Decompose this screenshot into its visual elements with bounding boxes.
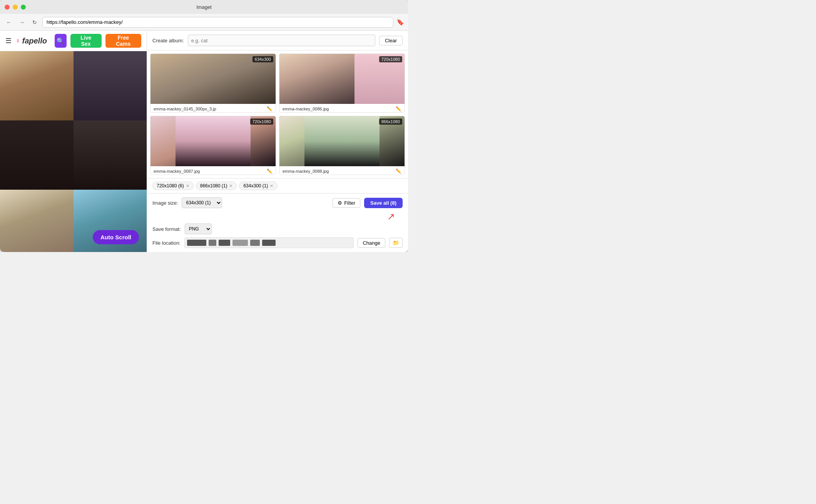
edit-filename-icon-3[interactable]: ✏️: [267, 169, 273, 174]
image-dimensions-2: 720x1080: [379, 56, 402, 62]
image-card-3: 720x1080 emma-mackey_0087.jpg ✏️ Save: [150, 116, 276, 175]
bookmark-icon[interactable]: 🔖: [396, 18, 404, 26]
image-preview-1: 634x300: [150, 54, 276, 104]
open-folder-button[interactable]: 📁: [389, 238, 403, 248]
image-filename-2: emma-mackey_0086.jpg: [283, 107, 394, 111]
back-button[interactable]: ←: [4, 18, 14, 27]
title-bar: Imaget: [0, 0, 408, 14]
maximize-button[interactable]: [21, 5, 26, 10]
filename-row-2: emma-mackey_0086.jpg ✏️: [283, 106, 401, 112]
file-location-bar: [184, 237, 354, 248]
filter-icon: ⚙: [338, 200, 342, 206]
format-row: Save format: PNG JPG WEBP: [152, 224, 403, 234]
image-card-footer-4: emma-mackey_0088.jpg ✏️ Save: [279, 166, 405, 175]
clear-button[interactable]: Clear: [379, 36, 403, 45]
image-dimensions-4: 866x1080: [379, 118, 402, 125]
grid-image-2: [74, 51, 147, 120]
file-location-row: File location: Change 📁: [152, 237, 403, 248]
create-album-label: Create album:: [152, 38, 184, 43]
filter-tag-label-720: 720x1080 (6): [157, 183, 184, 189]
grid-image-3: [0, 120, 74, 190]
edit-filename-icon-2[interactable]: ✏️: [396, 106, 401, 112]
grid-image-5: [0, 190, 74, 252]
folder-icon: 📁: [393, 240, 399, 246]
image-card-footer-2: emma-mackey_0086.jpg ✏️ Save: [279, 104, 405, 113]
image-filename-4: emma-mackey_0088.jpg: [283, 169, 394, 174]
browser-image-area: Auto Scroll: [0, 51, 147, 252]
nav-bar: ← → ↻ 🔖: [0, 14, 408, 31]
size-filter-row: Image size: 634x300 (1) 720x1080 (6) 866…: [152, 197, 403, 208]
search-button[interactable]: 🔍: [55, 34, 67, 48]
grid-image-4: [74, 120, 147, 190]
images-grid: 634x300 emma-mackey_0145_300px_3.jp ✏️ S…: [147, 50, 408, 178]
app-window: Imaget ← → ↻ 🔖 ☰ ♀ fapello 🔍 Live Sex: [0, 0, 408, 252]
image-filename-3: emma-mackey_0087.jpg: [154, 169, 265, 174]
filter-button-label: Filter: [344, 200, 355, 206]
remove-filter-866[interactable]: ✕: [229, 184, 232, 189]
close-button[interactable]: [5, 5, 10, 10]
site-header: ☰ ♀ fapello 🔍 Live Sex Free Cams: [0, 31, 147, 51]
arrow-icon: ↗: [387, 211, 395, 222]
file-location-label: File location:: [152, 240, 181, 246]
image-card-footer-1: emma-mackey_0145_300px_3.jp ✏️ Save: [150, 104, 276, 113]
image-card-4: 866x1080 emma-mackey_0088.jpg ✏️ Save: [279, 116, 405, 175]
minimize-button[interactable]: [13, 5, 18, 10]
change-location-button[interactable]: Change: [358, 238, 385, 248]
edit-filename-icon-4[interactable]: ✏️: [396, 169, 401, 174]
filter-tags-row: 720x1080 (6) ✕ 866x1080 (1) ✕ 634x300 (1…: [147, 178, 408, 193]
logo-icon: ♀: [15, 37, 21, 45]
extension-panel: Create album: Clear 634x300 emma-mackey_…: [147, 31, 408, 252]
bottom-controls: Image size: 634x300 (1) 720x1080 (6) 866…: [147, 193, 408, 252]
grid-image-1: [0, 51, 74, 120]
save-format-select[interactable]: PNG JPG WEBP: [185, 224, 212, 234]
main-area: ☰ ♀ fapello 🔍 Live Sex Free Cams: [0, 31, 408, 252]
filename-row-3: emma-mackey_0087.jpg ✏️: [154, 169, 273, 174]
arrow-container: ↗: [152, 211, 403, 222]
auto-scroll-button[interactable]: Auto Scroll: [93, 230, 139, 244]
free-cams-button[interactable]: Free Cams: [105, 34, 141, 48]
save-all-button[interactable]: Save all (8): [364, 198, 403, 208]
image-card-1: 634x300 emma-mackey_0145_300px_3.jp ✏️ S…: [150, 53, 276, 113]
browser-image-grid: [0, 51, 147, 252]
image-preview-2: 720x1080: [279, 54, 405, 104]
url-input[interactable]: [42, 17, 393, 28]
logo-text: fapello: [22, 37, 47, 45]
hamburger-icon[interactable]: ☰: [5, 37, 12, 45]
filename-row-1: emma-mackey_0145_300px_3.jp ✏️: [154, 106, 273, 112]
filter-button[interactable]: ⚙ Filter: [333, 198, 360, 208]
image-dimensions-1: 634x300: [252, 56, 273, 62]
image-preview-4: 866x1080: [279, 116, 405, 166]
image-size-label: Image size:: [152, 200, 178, 206]
create-album-bar: Create album: Clear: [147, 31, 408, 50]
browser-panel: ☰ ♀ fapello 🔍 Live Sex Free Cams: [0, 31, 147, 252]
filter-tag-720: 720x1080 (6) ✕: [152, 182, 194, 190]
image-dimensions-3: 720x1080: [250, 118, 273, 125]
forward-button[interactable]: →: [17, 18, 27, 27]
album-name-input[interactable]: [188, 35, 375, 46]
filter-tag-634: 634x300 (1) ✕: [239, 182, 278, 190]
site-logo: ♀ fapello: [15, 37, 47, 45]
image-card-footer-3: emma-mackey_0087.jpg ✏️ Save: [150, 166, 276, 175]
window-title: Imaget: [196, 4, 212, 10]
remove-filter-634[interactable]: ✕: [270, 184, 273, 189]
save-format-label: Save format:: [152, 226, 181, 232]
filename-row-4: emma-mackey_0088.jpg ✏️: [283, 169, 401, 174]
filter-tag-866: 866x1080 (1) ✕: [196, 182, 237, 190]
live-sex-button[interactable]: Live Sex: [70, 34, 102, 48]
image-size-select[interactable]: 634x300 (1) 720x1080 (6) 866x1080 (1): [182, 197, 222, 208]
filter-tag-label-634: 634x300 (1): [243, 183, 268, 189]
image-filename-1: emma-mackey_0145_300px_3.jp: [154, 107, 265, 111]
image-card-2: 720x1080 emma-mackey_0086.jpg ✏️ Save: [279, 53, 405, 113]
image-preview-3: 720x1080: [150, 116, 276, 166]
search-icon: 🔍: [57, 37, 64, 45]
edit-filename-icon-1[interactable]: ✏️: [267, 106, 273, 112]
remove-filter-720[interactable]: ✕: [186, 184, 189, 189]
reload-button[interactable]: ↻: [30, 18, 39, 27]
filter-tag-label-866: 866x1080 (1): [200, 183, 227, 189]
